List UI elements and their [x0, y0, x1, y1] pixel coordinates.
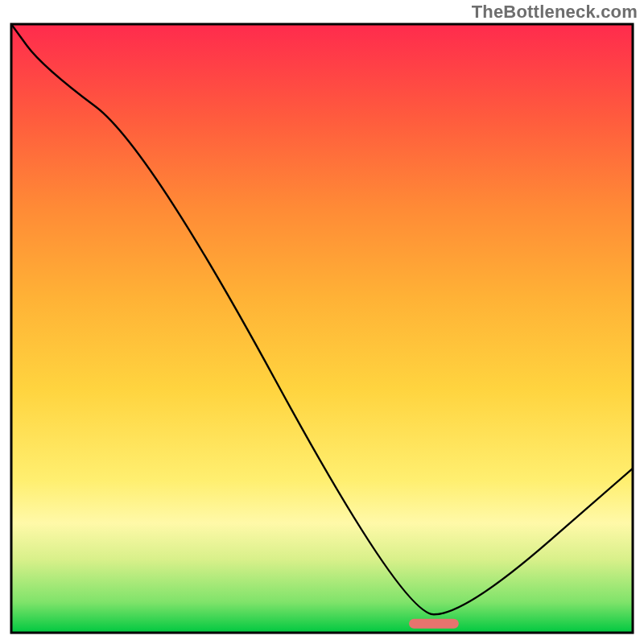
bottleneck-chart: [0, 0, 644, 644]
watermark-label: TheBottleneck.com: [472, 2, 638, 23]
chart-container: TheBottleneck.com: [0, 0, 644, 644]
optimum-marker: [409, 619, 459, 629]
plot-area: [11, 24, 633, 633]
